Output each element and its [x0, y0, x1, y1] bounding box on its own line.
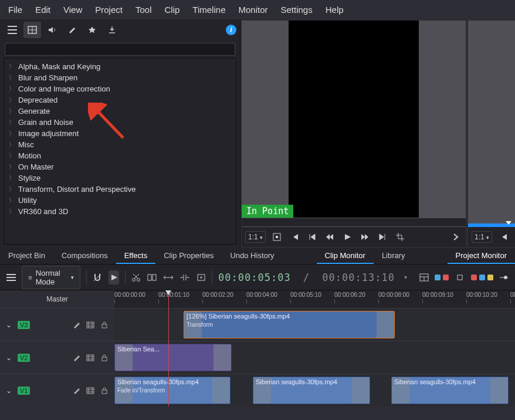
tab-library[interactable]: Library	[374, 248, 414, 264]
edit-mode-select[interactable]: ≡ Normal Mode ▾	[22, 266, 80, 289]
menu-file[interactable]: File	[8, 5, 22, 15]
rewind-icon[interactable]	[323, 231, 336, 243]
next-frame-icon[interactable]	[376, 231, 389, 243]
forward-icon[interactable]	[358, 231, 371, 243]
mini-position-bar[interactable]	[468, 223, 515, 227]
effect-category[interactable]: 〉Utility	[9, 195, 231, 206]
tab-clip-monitor[interactable]: Clip Monitor	[317, 248, 374, 264]
tab-clip-properties[interactable]: Clip Properties	[155, 248, 222, 264]
menu-timeline[interactable]: Timeline	[192, 5, 225, 15]
layout-icon[interactable]	[419, 270, 429, 284]
menu-edit[interactable]: Edit	[35, 5, 50, 15]
tab-undo-history[interactable]: Undo History	[222, 248, 282, 264]
list-view-icon[interactable]	[4, 22, 21, 38]
effect-category[interactable]: 〉Motion	[9, 150, 231, 161]
tab-project-bin[interactable]: Project Bin	[0, 248, 53, 264]
effect-category[interactable]: 〉VR360 and 3D	[9, 206, 231, 217]
tab-compositions[interactable]: Compositions	[53, 248, 116, 264]
timeline-clip[interactable]: Siberian seagulls-30fps.mp4	[391, 377, 509, 404]
star-icon[interactable]	[83, 22, 101, 38]
menu-monitor[interactable]: Monitor	[238, 5, 267, 15]
crop-icon[interactable]	[394, 231, 406, 243]
effect-category[interactable]: 〉Generate	[9, 106, 231, 117]
effect-category[interactable]: 〉Stylize	[9, 172, 231, 184]
zoom-ratio-select[interactable]: 1:1 ▾	[245, 231, 266, 243]
volume-icon[interactable]	[43, 22, 61, 38]
chevron-down-icon[interactable]: ⌄	[6, 321, 12, 329]
lock-icon[interactable]	[100, 387, 109, 395]
fullscreen-icon[interactable]	[270, 231, 283, 243]
film-icon[interactable]	[86, 321, 94, 329]
prev-frame-icon[interactable]	[306, 231, 319, 243]
track-lane[interactable]: [126%] Siberian seagulls-30fps.mp4Transf…	[114, 309, 515, 341]
lock-icon[interactable]	[100, 321, 109, 329]
effect-category[interactable]: 〉Color and Image correction	[9, 83, 231, 94]
track-tag[interactable]: V2	[18, 354, 30, 362]
effects-tree: 〉Alpha, Mask and Keying〉Blur and Sharpen…	[4, 58, 236, 245]
tag-colors-a[interactable]	[435, 275, 449, 280]
track-lane[interactable]: Siberian seagulls-30fps.mp4Fade in/Trans…	[114, 374, 515, 407]
tag-colors-b[interactable]	[471, 275, 493, 280]
grid-view-icon[interactable]	[23, 22, 41, 38]
timeline-clip[interactable]: Siberian Sea...	[114, 344, 232, 371]
film-icon[interactable]	[86, 354, 94, 362]
effect-category[interactable]: 〉Blur and Sharpen	[9, 72, 231, 83]
cut-icon[interactable]	[131, 270, 141, 284]
menu-help[interactable]: Help	[326, 5, 344, 15]
effect-category[interactable]: 〉Image adjustment	[9, 128, 231, 139]
select-all-icon[interactable]	[147, 270, 157, 284]
master-track-label[interactable]: Master	[0, 290, 114, 308]
proxy-icon[interactable]	[455, 270, 465, 284]
menu-view[interactable]: View	[63, 5, 82, 15]
effect-category[interactable]: 〉Deprecated	[9, 94, 231, 106]
next-panel-icon[interactable]	[449, 231, 462, 243]
menu-settings[interactable]: Settings	[281, 5, 313, 15]
fx-icon[interactable]	[72, 354, 80, 362]
insert-icon[interactable]	[179, 270, 190, 284]
monitor-ruler[interactable]	[242, 218, 466, 227]
timeline-clip[interactable]: Siberian seagulls-30fps.mp4	[253, 377, 370, 404]
menu-project[interactable]: Project	[95, 5, 123, 15]
lock-icon[interactable]	[100, 354, 109, 362]
playhead[interactable]	[168, 290, 169, 407]
effect-category[interactable]: 〉Grain and Noise	[9, 117, 231, 128]
go-start-icon-2[interactable]	[497, 231, 510, 243]
zoom-ratio-select-2[interactable]: 1:1 ▾	[472, 231, 492, 243]
timeline-clip[interactable]: Siberian seagulls-30fps.mp4Fade in/Trans…	[114, 377, 231, 404]
overwrite-icon[interactable]	[196, 270, 206, 284]
download-icon[interactable]	[103, 22, 121, 38]
film-icon[interactable]	[86, 387, 94, 395]
track-tag[interactable]: V3	[18, 321, 30, 329]
play-tool-icon[interactable]	[109, 270, 118, 284]
effects-search-input[interactable]	[5, 43, 235, 56]
effect-category[interactable]: 〉Misc	[9, 139, 231, 150]
hamburger-icon[interactable]	[6, 270, 16, 284]
info-icon[interactable]: i	[226, 25, 236, 35]
slider-icon[interactable]	[499, 270, 509, 284]
go-start-icon[interactable]	[288, 231, 301, 243]
tab-project-monitor[interactable]: Project Monitor	[448, 248, 515, 264]
track-lane[interactable]: Siberian Sea...	[114, 341, 515, 374]
menu-tool[interactable]: Tool	[135, 5, 152, 15]
magnet-icon[interactable]	[93, 270, 103, 284]
track-header[interactable]: ⌄V2	[0, 341, 114, 374]
effect-category[interactable]: 〉Transform, Distort and Perspective	[9, 184, 231, 195]
effect-category[interactable]: 〉On Master	[9, 161, 231, 172]
chevron-down-icon[interactable]: ⌄	[6, 387, 12, 395]
effect-category[interactable]: 〉Alpha, Mask and Keying	[9, 61, 231, 72]
tab-effects[interactable]: Effects	[116, 248, 156, 264]
wand-icon[interactable]	[63, 22, 81, 38]
fx-icon[interactable]	[72, 321, 80, 329]
track-header[interactable]: ⌄V3	[0, 309, 114, 341]
chevron-down-icon[interactable]: ⌄	[6, 354, 12, 362]
timecode-current[interactable]: 00:00:05:03	[218, 272, 291, 283]
track-header[interactable]: ⌄V1	[0, 374, 114, 407]
monitor-viewport[interactable]	[289, 21, 419, 218]
timeline-clip[interactable]: [126%] Siberian seagulls-30fps.mp4Transf…	[184, 311, 395, 338]
spacer-icon[interactable]	[163, 270, 174, 284]
track-tag[interactable]: V1	[18, 387, 30, 395]
fx-icon[interactable]	[72, 387, 80, 395]
menu-clip[interactable]: Clip	[165, 5, 180, 15]
play-icon[interactable]	[341, 231, 354, 243]
timeline-ruler[interactable]: 00:00:00:0000:00:01:1000:00:02:2000:00:0…	[114, 290, 515, 308]
